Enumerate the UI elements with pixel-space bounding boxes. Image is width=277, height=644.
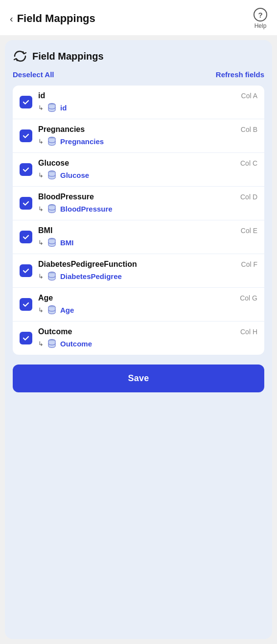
field-name-row: id Col A — [38, 91, 257, 100]
mapped-field-name: Pregnancies — [60, 137, 104, 146]
actions-row: Deselect All Refresh fields — [13, 70, 264, 79]
mapped-field-name: Glucose — [60, 171, 89, 179]
field-mappings-icon — [13, 50, 27, 63]
col-label: Col C — [240, 159, 257, 167]
help-circle-icon: ? — [254, 8, 267, 21]
back-button[interactable]: ‹ — [10, 13, 13, 24]
field-name-row: BMI Col E — [38, 226, 257, 235]
field-name: Outcome — [38, 327, 72, 336]
refresh-fields-button[interactable]: Refresh fields — [216, 70, 264, 79]
top-nav: ‹ Field Mappings ? Help — [0, 0, 277, 35]
db-icon — [46, 304, 57, 315]
field-info: id Col A ↳ id — [38, 91, 257, 113]
main-card: Field Mappings Deselect All Refresh fiel… — [5, 40, 272, 639]
mapped-field-name: BloodPressure — [60, 205, 113, 213]
field-name: Glucose — [38, 159, 69, 168]
deselect-all-button[interactable]: Deselect All — [13, 70, 54, 79]
field-name-row: Outcome Col H — [38, 327, 257, 336]
field-name-row: Glucose Col C — [38, 159, 257, 168]
field-checkbox[interactable] — [20, 129, 32, 142]
db-icon — [46, 338, 57, 349]
field-row[interactable]: id Col A ↳ id — [13, 86, 264, 119]
mapping-arrow: ↳ — [38, 172, 44, 179]
db-icon — [46, 136, 57, 147]
col-label: Col D — [240, 193, 257, 201]
field-row[interactable]: Glucose Col C ↳ Glucose — [13, 153, 264, 187]
field-mapping-row: ↳ id — [38, 102, 257, 113]
field-mapping-row: ↳ BMI — [38, 237, 257, 248]
field-row[interactable]: DiabetesPedigreeFunction Col F ↳ Diabete… — [13, 254, 264, 288]
mapping-arrow: ↳ — [38, 306, 44, 314]
field-checkbox[interactable] — [20, 298, 32, 311]
field-mapping-row: ↳ BloodPressure — [38, 203, 257, 214]
field-mapping-row: ↳ DiabetesPedigree — [38, 271, 257, 281]
field-info: DiabetesPedigreeFunction Col F ↳ Diabete… — [38, 260, 257, 281]
field-mapping-row: ↳ Outcome — [38, 338, 257, 349]
field-info: Pregnancies Col B ↳ Pregnancies — [38, 125, 257, 147]
field-name-row: BloodPressure Col D — [38, 193, 257, 201]
field-info: Age Col G ↳ Age — [38, 294, 257, 315]
mapping-arrow: ↳ — [38, 205, 44, 213]
field-info: Outcome Col H ↳ Outcome — [38, 327, 257, 349]
col-label: Col H — [240, 328, 257, 336]
field-checkbox[interactable] — [20, 264, 32, 277]
field-name-row: Age Col G — [38, 294, 257, 302]
field-mapping-row: ↳ Age — [38, 304, 257, 315]
col-label: Col G — [240, 294, 257, 302]
field-checkbox[interactable] — [20, 332, 32, 344]
card-title: Field Mappings — [32, 51, 104, 62]
col-label: Col B — [241, 126, 257, 133]
db-icon — [46, 237, 57, 248]
field-row[interactable]: BMI Col E ↳ BMI — [13, 220, 264, 254]
field-checkbox[interactable] — [20, 231, 32, 243]
col-label: Col F — [241, 260, 257, 268]
col-label: Col A — [241, 92, 257, 100]
save-button[interactable]: Save — [13, 365, 264, 392]
field-row[interactable]: Outcome Col H ↳ Outcome — [13, 322, 264, 355]
field-name: DiabetesPedigreeFunction — [38, 260, 137, 269]
db-icon — [46, 203, 57, 214]
field-info: BMI Col E ↳ BMI — [38, 226, 257, 248]
field-checkbox[interactable] — [20, 163, 32, 176]
field-name-row: Pregnancies Col B — [38, 125, 257, 134]
help-label: Help — [254, 22, 267, 29]
field-row[interactable]: Pregnancies Col B ↳ Pregnancies — [13, 119, 264, 153]
field-name-row: DiabetesPedigreeFunction Col F — [38, 260, 257, 269]
help-button[interactable]: ? Help — [254, 8, 267, 29]
mapped-field-name: id — [60, 104, 67, 112]
field-info: BloodPressure Col D ↳ BloodPressure — [38, 193, 257, 214]
field-name: Pregnancies — [38, 125, 85, 134]
page-title: Field Mappings — [17, 12, 95, 25]
field-checkbox[interactable] — [20, 96, 32, 108]
mapping-arrow: ↳ — [38, 340, 44, 347]
field-mapping-row: ↳ Pregnancies — [38, 136, 257, 147]
field-name: BloodPressure — [38, 193, 94, 201]
field-checkbox[interactable] — [20, 197, 32, 210]
field-name: id — [38, 91, 45, 100]
nav-left: ‹ Field Mappings — [10, 12, 95, 25]
mapped-field-name: Outcome — [60, 340, 92, 348]
mapped-field-name: BMI — [60, 238, 74, 247]
field-row[interactable]: BloodPressure Col D ↳ BloodPressure — [13, 187, 264, 220]
field-row[interactable]: Age Col G ↳ Age — [13, 288, 264, 322]
mapping-arrow: ↳ — [38, 104, 44, 111]
db-icon — [46, 102, 57, 113]
db-icon — [46, 271, 57, 281]
db-icon — [46, 170, 57, 180]
card-header: Field Mappings — [13, 50, 264, 63]
mapped-field-name: DiabetesPedigree — [60, 272, 122, 280]
col-label: Col E — [241, 227, 257, 235]
field-info: Glucose Col C ↳ Glucose — [38, 159, 257, 180]
field-name: Age — [38, 294, 53, 302]
mapping-arrow: ↳ — [38, 239, 44, 246]
mapped-field-name: Age — [60, 306, 74, 314]
field-list: id Col A ↳ id — [13, 86, 264, 355]
mapping-arrow: ↳ — [38, 273, 44, 280]
field-mapping-row: ↳ Glucose — [38, 170, 257, 180]
field-name: BMI — [38, 226, 52, 235]
mapping-arrow: ↳ — [38, 138, 44, 145]
